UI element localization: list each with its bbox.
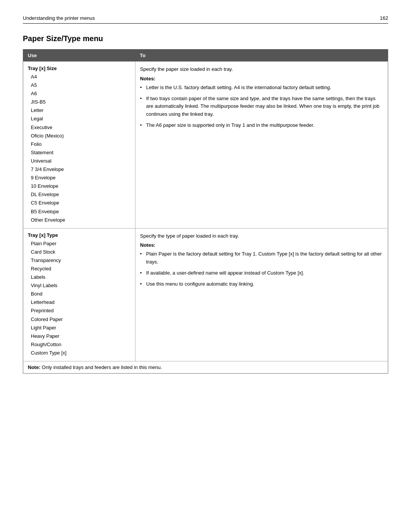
header-page-number: 162 (380, 15, 388, 21)
table-row-1: Tray [x] TypePlain PaperCard StockTransp… (23, 228, 388, 361)
list-item: Other Envelope (28, 216, 131, 224)
to-cell-1: Specify the type of paper loaded in each… (135, 228, 388, 361)
bullet-item: Plain Paper is the factory default setti… (140, 250, 383, 266)
list-item: Custom Type [x] (28, 349, 131, 357)
list-item: JIS-B5 (28, 98, 131, 106)
list-item: Rough/Cotton (28, 340, 131, 349)
list-item: A6 (28, 89, 131, 98)
list-item: Plain Paper (28, 240, 131, 248)
table-footer-row: Note: Only installed trays and feeders a… (23, 361, 388, 374)
list-item: Card Stock (28, 248, 131, 256)
bullet-item: Use this menu to configure automatic tra… (140, 280, 383, 288)
list-item: DL Envelope (28, 190, 131, 199)
to-intro-1: Specify the type of paper loaded in each… (140, 232, 383, 240)
bullet-item: If available, a user-defined name will a… (140, 269, 383, 277)
list-item: Oficio (Mexico) (28, 132, 131, 140)
use-header-0: Tray [x] Size (28, 66, 131, 71)
header-title: Understanding the printer menus (23, 15, 95, 21)
bullet-item: If two trays contain paper of the same s… (140, 95, 383, 118)
section-title: Paper Size/Type menu (23, 34, 388, 43)
table-row-0: Tray [x] SizeA4A5A6JIS-B5LetterLegalExec… (23, 62, 388, 228)
notes-label-1: Notes: (140, 242, 383, 248)
list-item: Colored Paper (28, 315, 131, 324)
col-header-to: To (135, 50, 388, 62)
list-item: A4 (28, 73, 131, 81)
list-item: Executive (28, 123, 131, 132)
bullet-item: The A6 paper size is supported only in T… (140, 121, 383, 129)
footer-note-text: Only installed trays and feeders are lis… (40, 364, 162, 370)
list-item: Preprinted (28, 307, 131, 315)
footer-note-bold: Note: (28, 364, 40, 370)
list-item: Labels (28, 273, 131, 281)
to-intro-0: Specify the paper size loaded in each tr… (140, 66, 383, 73)
list-item: Folio (28, 140, 131, 149)
table-header-row: Use To (23, 50, 388, 62)
list-item: A5 (28, 81, 131, 89)
list-item: Legal (28, 115, 131, 123)
main-table: Use To Tray [x] SizeA4A5A6JIS-B5LetterLe… (23, 49, 388, 374)
page-header: Understanding the printer menus 162 (23, 15, 388, 24)
bullet-item: Letter is the U.S. factory default setti… (140, 84, 383, 92)
list-item: Vinyl Labels (28, 281, 131, 290)
list-item: Letterhead (28, 298, 131, 307)
list-item: Bond (28, 290, 131, 298)
use-cell-0: Tray [x] SizeA4A5A6JIS-B5LetterLegalExec… (23, 62, 135, 228)
list-item: Universal (28, 157, 131, 165)
notes-label-0: Notes: (140, 76, 383, 81)
list-item: 9 Envelope (28, 174, 131, 182)
col-header-use: Use (23, 50, 135, 62)
use-cell-1: Tray [x] TypePlain PaperCard StockTransp… (23, 228, 135, 361)
list-item: 7 3/4 Envelope (28, 165, 131, 174)
list-item: Transparency (28, 256, 131, 265)
list-item: Light Paper (28, 324, 131, 332)
list-item: Letter (28, 106, 131, 115)
to-cell-0: Specify the paper size loaded in each tr… (135, 62, 388, 228)
list-item: Statement (28, 149, 131, 157)
list-item: B5 Envelope (28, 208, 131, 216)
list-item: Heavy Paper (28, 332, 131, 340)
list-item: Recycled (28, 265, 131, 273)
table-footer-cell: Note: Only installed trays and feeders a… (23, 361, 388, 374)
list-item: C5 Envelope (28, 199, 131, 207)
use-header-1: Tray [x] Type (28, 232, 131, 238)
list-item: 10 Envelope (28, 182, 131, 190)
